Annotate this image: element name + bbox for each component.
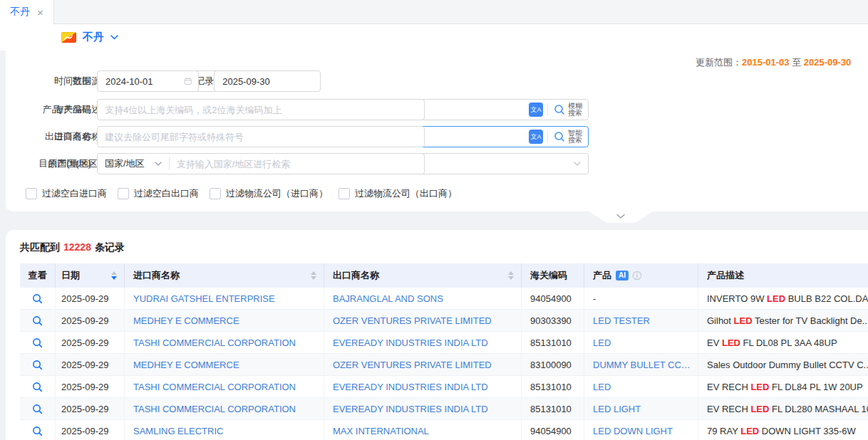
header-importer[interactable]: 进口商名称 xyxy=(125,263,324,288)
view-cell xyxy=(20,332,56,353)
importer-link[interactable]: TASHI COMMERCIAL CORPORATION xyxy=(133,382,296,392)
product-link[interactable]: LED LIGHT xyxy=(593,404,641,414)
product-link[interactable]: LED DOWN LIGHT xyxy=(593,426,673,436)
exporter-cell: EVEREADY INDUSTRIES INDIA LTD xyxy=(324,376,522,397)
exporter-link[interactable]: EVEREADY INDUSTRIES INDIA LTD xyxy=(333,404,488,414)
date-from-field[interactable] xyxy=(97,70,199,92)
importer-cell: MEDHEY E COMMERCE xyxy=(125,310,324,331)
date-to-input[interactable] xyxy=(221,75,314,88)
sort-icon[interactable] xyxy=(311,271,316,280)
chevron-down-icon[interactable] xyxy=(110,35,118,40)
country-name: 不丹 xyxy=(83,31,104,44)
filter-panel: 更新范围：2015-01-03 至 2025-09-30 数据源 进口记录 出口… xyxy=(6,51,868,211)
checkbox-filter-logistics-exporter[interactable]: 过滤物流公司（出口商） xyxy=(339,187,457,200)
exporter-cell: OZER VENTURES PRIVATE LIMITED xyxy=(324,354,522,375)
table-row: 2025-09-29 SAMLING ELECTRIC MAX INTERNAT… xyxy=(20,420,868,440)
fuzzy-search-button[interactable]: 模糊搜索 xyxy=(548,103,588,117)
checkbox-icon[interactable] xyxy=(210,188,221,199)
destination-country-select[interactable]: 国家/地区 xyxy=(98,157,169,170)
exporter-cell: EVEREADY INDUSTRIES INDIA LTD xyxy=(324,398,522,419)
checkbox-icon[interactable] xyxy=(118,188,129,199)
view-record-icon[interactable] xyxy=(32,337,43,348)
view-cell xyxy=(20,376,56,397)
product-link[interactable]: LED xyxy=(593,382,611,392)
destination-country-select-value: 国家/地区 xyxy=(105,157,145,170)
importer-cell: TASHI COMMERCIAL CORPORATION xyxy=(125,332,324,353)
sort-icon[interactable] xyxy=(111,271,117,280)
checkbox-label: 过滤空白进口商 xyxy=(42,187,107,200)
smart-search-label: 智能搜索 xyxy=(568,130,582,144)
tab-bhutan[interactable]: 不丹 × xyxy=(0,0,54,24)
importer-link[interactable]: SAMLING ELECTRIC xyxy=(133,426,223,436)
checkbox-icon[interactable] xyxy=(26,188,37,199)
date-from-input[interactable] xyxy=(104,75,178,88)
table-row: 2025-09-29 MEDHEY E COMMERCE OZER VENTUR… xyxy=(20,310,868,332)
info-icon[interactable] xyxy=(632,271,642,281)
exporter-cell: MAX INTERNATIONAL xyxy=(324,420,522,440)
smart-search-button[interactable]: 智能搜索 xyxy=(548,130,588,144)
filter-checkboxes: 过滤空白进口商 过滤空白出口商 过滤物流公司（进口商） 过滤物流公司（出口商） xyxy=(26,187,457,200)
importer-link[interactable]: MEDHEY E COMMERCE xyxy=(133,360,239,370)
translate-icon[interactable]: 文A xyxy=(529,130,543,144)
exporter-link[interactable]: MAX INTERNATIONAL xyxy=(333,426,429,436)
sort-icon[interactable] xyxy=(508,271,514,280)
table-header-row: 查看 日期 进口商名称 出口商名称 海关编码 产品 AI 产品描述 xyxy=(20,263,868,288)
table-row: 2025-09-29 TASHI COMMERCIAL CORPORATION … xyxy=(20,332,868,354)
view-cell xyxy=(20,420,56,440)
checkbox-filter-logistics-importer[interactable]: 过滤物流公司（进口商） xyxy=(210,187,328,200)
view-cell xyxy=(20,310,56,331)
exporter-cell: EVEREADY INDUSTRIES INDIA LTD xyxy=(324,332,522,353)
close-icon[interactable]: × xyxy=(37,7,43,18)
view-record-icon[interactable] xyxy=(32,426,43,436)
product-link[interactable]: LED xyxy=(593,337,611,348)
importer-link[interactable]: YUDRAI GATSHEL ENTERPRISE xyxy=(133,293,275,304)
product-cell: - xyxy=(584,288,698,309)
search-icon xyxy=(554,104,565,115)
hs-code-input[interactable] xyxy=(97,99,425,120)
date-range-separator: – xyxy=(204,76,209,87)
bhutan-flag-icon xyxy=(61,32,76,43)
date-cell: 2025-09-29 xyxy=(56,420,125,440)
product-link[interactable]: DUMMY BULLET CCTV... xyxy=(593,360,691,370)
view-record-icon[interactable] xyxy=(32,382,43,392)
header-date[interactable]: 日期 xyxy=(56,263,125,288)
translate-icon[interactable]: 文A xyxy=(529,103,543,117)
product-link[interactable]: LED TESTER xyxy=(593,315,650,326)
checkbox-icon[interactable] xyxy=(339,188,350,199)
exporter-link[interactable]: BAJRANGLAL AND SONS xyxy=(333,293,443,304)
date-cell: 2025-09-29 xyxy=(56,376,125,397)
view-cell xyxy=(20,398,56,419)
destination-country-input[interactable] xyxy=(170,159,424,169)
importer-link[interactable]: MEDHEY E COMMERCE xyxy=(133,315,239,326)
update-range-from: 2015-01-03 xyxy=(742,57,790,68)
view-record-icon[interactable] xyxy=(32,360,43,370)
chevron-down-icon xyxy=(155,162,162,166)
hs-code-cell: 85131010 xyxy=(522,332,584,353)
exporter-link[interactable]: EVEREADY INDUSTRIES INDIA LTD xyxy=(333,382,488,392)
date-cell: 2025-09-29 xyxy=(56,332,125,353)
exporter-link[interactable]: EVEREADY INDUSTRIES INDIA LTD xyxy=(333,337,488,348)
product-cell: LED xyxy=(584,376,698,397)
checkbox-filter-blank-exporter[interactable]: 过滤空白出口商 xyxy=(118,187,199,200)
country-header: 不丹 xyxy=(0,24,868,51)
checkbox-filter-blank-importer[interactable]: 过滤空白进口商 xyxy=(26,187,107,200)
product-link[interactable]: - xyxy=(593,293,596,304)
exporter-name-input[interactable] xyxy=(97,126,425,147)
fuzzy-search-label: 模糊搜索 xyxy=(568,103,582,117)
view-record-icon[interactable] xyxy=(32,293,43,304)
exporter-link[interactable]: OZER VENTURES PRIVATE LIMITED xyxy=(333,360,492,370)
header-exporter[interactable]: 出口商名称 xyxy=(324,263,522,288)
importer-link[interactable]: TASHI COMMERCIAL CORPORATION xyxy=(133,337,296,348)
view-record-icon[interactable] xyxy=(32,315,43,326)
hs-code-cell: 85131010 xyxy=(522,398,584,419)
update-range: 更新范围：2015-01-03 至 2025-09-30 xyxy=(696,56,851,69)
importer-link[interactable]: TASHI COMMERCIAL CORPORATION xyxy=(133,404,296,414)
exporter-cell: BAJRANGLAL AND SONS xyxy=(324,288,522,309)
product-desc-cell: Sales Outdoor Dummy Bullet CCTV C... xyxy=(698,354,868,375)
view-record-icon[interactable] xyxy=(32,404,43,414)
product-cell: LED DOWN LIGHT xyxy=(584,420,698,440)
collapse-panel-handle[interactable] xyxy=(589,211,653,223)
date-cell: 2025-09-29 xyxy=(56,398,125,419)
exporter-link[interactable]: OZER VENTURES PRIVATE LIMITED xyxy=(333,315,492,326)
date-to-field[interactable] xyxy=(214,70,321,92)
